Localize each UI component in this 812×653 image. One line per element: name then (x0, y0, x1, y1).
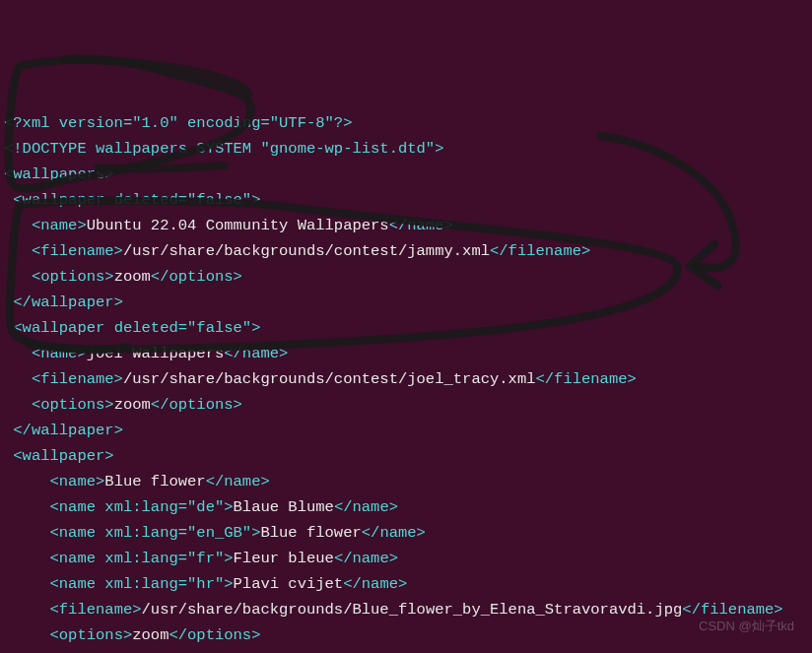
code-line: <name xml:lang="fr">Fleur bleue</name> (4, 546, 808, 571)
code-line: <name xml:lang="de">Blaue Blume</name> (4, 494, 808, 520)
watermark-text: CSDN @灿子tkd (699, 614, 794, 639)
code-line: <filename>/usr/share/backgrounds/contest… (4, 238, 808, 264)
code-line: </wallpaper> (4, 418, 808, 443)
code-line: <pcolor>#000000</pcolor> (4, 648, 808, 653)
code-line: <?xml version="1.0" encoding="UTF-8"?> (4, 110, 808, 136)
code-line: <filename>/usr/share/backgrounds/Blue_fl… (4, 597, 808, 622)
code-line: <wallpaper> (4, 443, 808, 469)
code-line: <options>zoom</options> (4, 622, 808, 648)
code-line: <filename>/usr/share/backgrounds/contest… (4, 366, 808, 392)
code-line: <name>Blue flower</name> (4, 469, 808, 494)
code-line: <name>Ubuntu 22.04 Community Wallpapers<… (4, 213, 808, 238)
code-line: </wallpaper> (4, 290, 808, 315)
code-line: <name xml:lang="en_GB">Blue flower</name… (4, 520, 808, 546)
code-line: <name>joel Wallpapers</name> (4, 341, 808, 366)
code-line: <options>zoom</options> (4, 392, 808, 418)
xml-code-block: <?xml version="1.0" encoding="UTF-8"?><!… (4, 110, 808, 653)
code-line: <wallpaper deleted="false"> (4, 315, 808, 341)
code-line: <wallpaper deleted="false"> (4, 187, 808, 213)
code-line: <name xml:lang="hr">Plavi cvijet</name> (4, 571, 808, 597)
code-line: <!DOCTYPE wallpapers SYSTEM "gnome-wp-li… (4, 136, 808, 162)
code-line: <options>zoom</options> (4, 264, 808, 290)
code-line: <wallpapers> (4, 162, 808, 187)
